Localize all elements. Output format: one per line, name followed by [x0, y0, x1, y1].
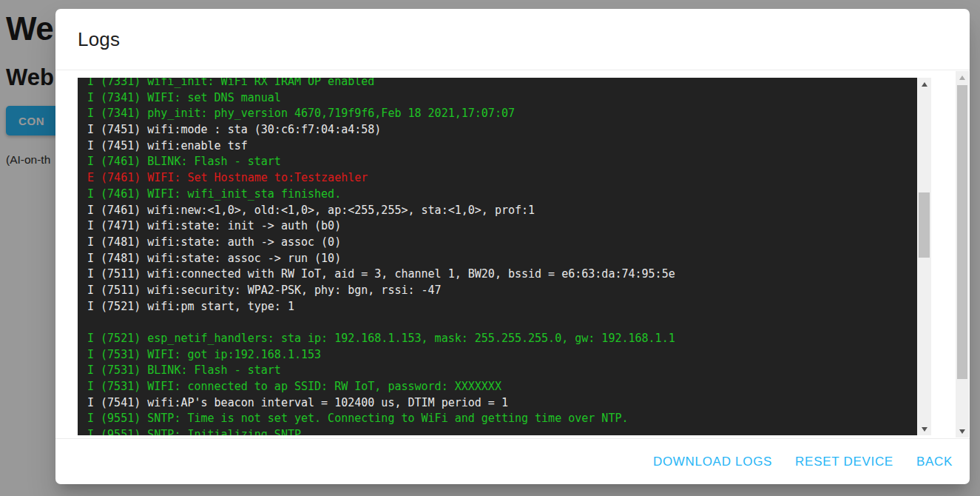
dialog-scrollbar-thumb[interactable]	[957, 85, 967, 379]
console-scroll-down-button[interactable]	[917, 423, 931, 435]
log-text: I (7331) wifi_init: WiFi RX IRAM OP enab…	[87, 78, 916, 435]
log-line: I (7481) wifi:state: assoc -> run (10)	[87, 252, 916, 268]
dialog-scroll-down-button[interactable]	[956, 425, 969, 438]
log-line: I (7341) phy_init: phy_version 4670,719f…	[87, 107, 916, 123]
log-line: I (7461) BLINK: Flash - start	[87, 155, 916, 171]
scroll-down-icon	[922, 427, 927, 432]
console-scrollbar-thumb[interactable]	[919, 192, 930, 258]
dialog-content: I (7331) wifi_init: WiFi RX IRAM OP enab…	[55, 70, 970, 438]
log-line: I (9551) SNTP: Time is not set yet. Conn…	[87, 412, 916, 428]
log-line: I (7451) wifi:enable tsf	[87, 139, 916, 155]
log-line: I (7471) wifi:state: init -> auth (b0)	[87, 219, 916, 235]
console-scroll-up-button[interactable]	[917, 78, 931, 90]
log-line: I (7531) WIFI: connected to ap SSID: RW …	[87, 380, 916, 396]
dialog-footer: DOWNLOAD LOGS RESET DEVICE BACK	[55, 438, 970, 484]
dialog-header: Logs	[55, 9, 970, 70]
log-line: I (7481) wifi:state: auth -> assoc (0)	[87, 235, 916, 252]
dialog-scroll-up-button[interactable]	[956, 71, 969, 84]
console-scrollbar[interactable]	[917, 78, 931, 435]
log-line: I (7451) wifi:mode : sta (30:c6:f7:04:a4…	[87, 123, 916, 139]
back-button[interactable]: BACK	[916, 455, 953, 469]
log-line: I (7531) BLINK: Flash - start	[87, 363, 916, 380]
log-line: I (7541) wifi:AP's beacon interval = 102…	[87, 396, 916, 412]
log-line: I (7461) WIFI: wifi_init_sta finished.	[87, 187, 916, 204]
log-line: I (7511) wifi:security: WPA2-PSK, phy: b…	[87, 284, 916, 300]
download-logs-button[interactable]: DOWNLOAD LOGS	[653, 455, 772, 469]
logs-dialog: Logs I (7331) wifi_init: WiFi RX IRAM OP…	[55, 9, 970, 484]
log-line: I (7331) wifi_init: WiFi RX IRAM OP enab…	[87, 78, 916, 91]
reset-device-button[interactable]: RESET DEVICE	[795, 455, 893, 469]
log-line: I (7531) WIFI: got ip:192.168.1.153	[87, 348, 916, 364]
scroll-up-icon	[959, 76, 965, 80]
scroll-down-icon	[959, 429, 965, 434]
dialog-scrollbar[interactable]	[956, 71, 969, 438]
log-line: I (7511) wifi:connected with RW IoT, aid…	[87, 267, 916, 284]
log-line: I (9551) SNTP: Initializing SNTP	[87, 428, 916, 435]
log-line	[87, 315, 916, 332]
log-line: I (7521) esp_netif_handlers: sta ip: 192…	[87, 332, 916, 348]
log-line: I (7341) WIFI: set DNS manual	[87, 91, 916, 107]
log-line: I (7521) wifi:pm start, type: 1	[87, 300, 916, 316]
log-line: I (7461) wifi:new:<1,0>, old:<1,0>, ap:<…	[87, 204, 916, 220]
log-line: E (7461) WIFI: Set Hostname to:Testzaehl…	[87, 171, 916, 187]
scroll-up-icon	[922, 82, 927, 87]
log-console[interactable]: I (7331) wifi_init: WiFi RX IRAM OP enab…	[78, 78, 931, 435]
dialog-title: Logs	[78, 28, 120, 51]
